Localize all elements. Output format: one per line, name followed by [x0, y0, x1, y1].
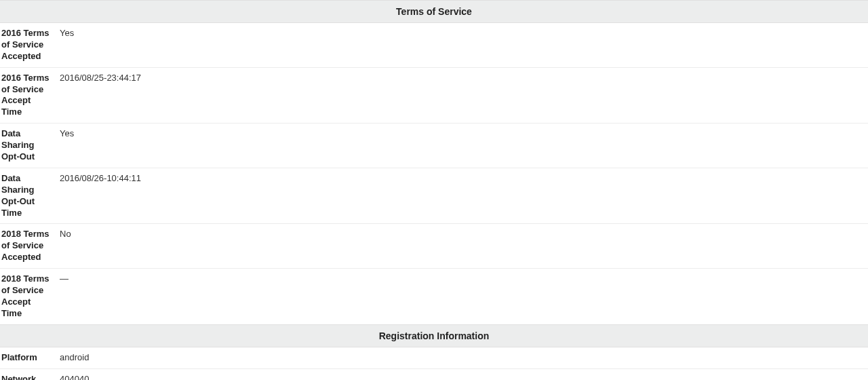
section-header-row: Registration Information: [0, 324, 868, 347]
value-platform: android: [56, 347, 868, 368]
value-ds-optout-time: 2016/08/26-10:44:11: [56, 168, 868, 224]
row-ds-optout: Data Sharing Opt-Out Yes: [0, 124, 868, 168]
value-tos2018-accepted: No: [56, 224, 868, 269]
row-tos2016-time: 2016 Terms of Service Accept Time 2016/0…: [0, 67, 868, 124]
value-ds-optout: Yes: [56, 124, 868, 168]
label-network: Network: [0, 368, 56, 380]
label-tos2016-accepted: 2016 Terms of Service Accepted: [0, 23, 56, 68]
label-platform: Platform: [0, 347, 56, 368]
value-tos2016-accepted: Yes: [56, 23, 868, 68]
details-table: Terms of Service 2016 Terms of Service A…: [0, 0, 868, 380]
label-tos2016-time: 2016 Terms of Service Accept Time: [0, 67, 56, 124]
row-tos2018-time: 2018 Terms of Service Accept Time —: [0, 269, 868, 325]
label-ds-optout-time: Data Sharing Opt-Out Time: [0, 168, 56, 224]
label-tos2018-time: 2018 Terms of Service Accept Time: [0, 269, 56, 325]
row-ds-optout-time: Data Sharing Opt-Out Time 2016/08/26-10:…: [0, 168, 868, 224]
row-platform: Platform android: [0, 347, 868, 368]
row-tos2016-accepted: 2016 Terms of Service Accepted Yes: [0, 23, 868, 68]
label-ds-optout: Data Sharing Opt-Out: [0, 124, 56, 168]
row-tos2018-accepted: 2018 Terms of Service Accepted No: [0, 224, 868, 269]
section-header-tos: Terms of Service: [0, 1, 868, 23]
value-tos2016-time: 2016/08/25-23:44:17: [56, 67, 868, 124]
label-tos2018-accepted: 2018 Terms of Service Accepted: [0, 224, 56, 269]
section-header-row: Terms of Service: [0, 1, 868, 23]
row-network: Network 404040: [0, 368, 868, 380]
value-tos2018-time: —: [56, 269, 868, 325]
value-network: 404040: [56, 368, 868, 380]
section-header-reg: Registration Information: [0, 324, 868, 347]
